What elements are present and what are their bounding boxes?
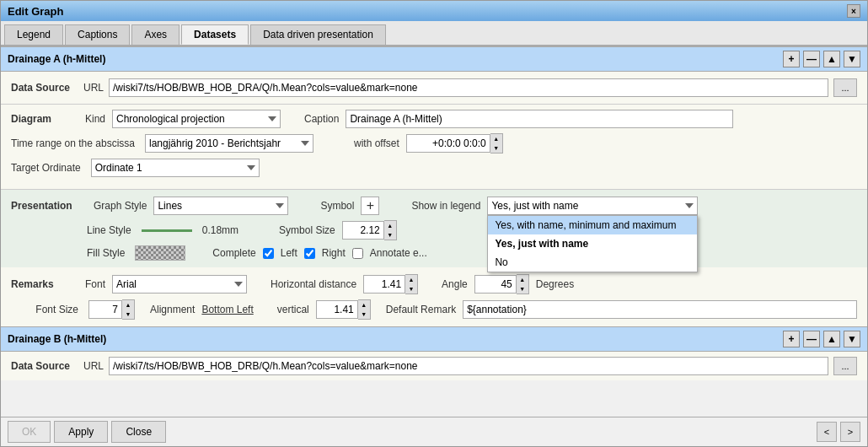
symbol-size-down[interactable]: ▼ xyxy=(384,230,396,240)
angle-down[interactable]: ▼ xyxy=(517,284,528,294)
vertical-input[interactable] xyxy=(316,300,358,319)
font-size-up[interactable]: ▲ xyxy=(122,300,134,310)
section1-up-button[interactable]: ▲ xyxy=(823,51,840,67)
tab-datasets[interactable]: Datasets xyxy=(181,24,249,45)
time-range-dropdown[interactable]: langjährig 2010 - Berichtsjahr xyxy=(145,134,313,153)
presentation-section: Presentation Graph Style Lines Symbol + … xyxy=(1,190,867,267)
graph-style-label: Graph Style xyxy=(94,200,147,212)
with-offset-down[interactable]: ▼ xyxy=(490,143,502,153)
url-browse-button[interactable]: ... xyxy=(833,78,857,97)
complete-checkbox[interactable] xyxy=(263,248,274,259)
angle-label: Angle xyxy=(442,278,468,290)
time-range-label: Time range on the abscissa xyxy=(11,137,135,149)
next-button[interactable]: > xyxy=(840,422,860,442)
default-remark-label: Default Remark xyxy=(386,304,456,315)
font-label: Font xyxy=(85,278,105,290)
main-content: Drainage A (h-Mittel) + — ▲ ▼ Data Sourc… xyxy=(1,46,867,417)
tab-axes[interactable]: Axes xyxy=(131,24,179,45)
section1-remove-button[interactable]: — xyxy=(803,51,820,67)
section2-add-button[interactable]: + xyxy=(783,331,800,347)
horizontal-distance-input[interactable] xyxy=(363,275,405,294)
prev-button[interactable]: < xyxy=(817,422,837,442)
section1-add-button[interactable]: + xyxy=(783,51,800,67)
kind-label: Kind xyxy=(85,113,105,125)
with-offset-wrap: ▲ ▼ xyxy=(406,133,503,153)
bottom-right: < > xyxy=(817,422,860,442)
close-button[interactable]: Close xyxy=(111,421,166,443)
close-window-button[interactable]: × xyxy=(847,4,860,18)
symbol-size-up[interactable]: ▲ xyxy=(384,221,396,230)
url-input[interactable] xyxy=(109,78,828,97)
url2-input[interactable] xyxy=(109,357,828,375)
symbol-label: Symbol xyxy=(320,200,354,212)
pres-row2: Line Style 0.18mm Symbol Size ▲ ▼ xyxy=(87,220,857,240)
line-style-label: Line Style xyxy=(87,224,131,236)
annotate-label: Annotate e... xyxy=(370,247,427,259)
vertical-down[interactable]: ▼ xyxy=(358,310,370,319)
symbol-size-wrap: ▲ ▼ xyxy=(342,220,397,240)
target-ordinate-wrap: Ordinate 1 xyxy=(91,159,260,177)
font-size-spinner: ▲ ▼ xyxy=(122,299,135,320)
right-label: Right xyxy=(322,247,346,259)
with-offset-label: with offset xyxy=(354,137,399,149)
legend-option-2[interactable]: Yes, just with name xyxy=(488,234,697,253)
angle-input[interactable] xyxy=(474,275,517,294)
diagram-row2: Time range on the abscissa langjährig 20… xyxy=(11,133,857,153)
font-size-label: Font Size xyxy=(11,304,78,315)
diagram-label: Diagram xyxy=(11,113,78,125)
font-size-wrap: ▲ ▼ xyxy=(88,299,135,320)
fill-style-label: Fill Style xyxy=(87,247,125,259)
graph-style-dropdown[interactable]: Lines xyxy=(153,197,288,215)
section2-title: Drainage B (h-Mittel) xyxy=(8,333,106,345)
horiz-dist-down[interactable]: ▼ xyxy=(405,284,417,294)
angle-wrap: ▲ ▼ xyxy=(474,274,529,294)
right-checkbox[interactable] xyxy=(352,248,363,259)
section2-down-button[interactable]: ▼ xyxy=(844,331,860,347)
apply-button[interactable]: Apply xyxy=(54,421,108,443)
font-size-input[interactable] xyxy=(88,300,122,319)
target-ordinate-dropdown[interactable]: Ordinate 1 xyxy=(91,159,260,177)
left-label: Left xyxy=(281,247,297,259)
window-title: Edit Graph xyxy=(8,5,63,18)
complete-label: Complete xyxy=(212,247,255,259)
url2-browse-button[interactable]: ... xyxy=(833,357,857,375)
horizontal-distance-wrap: ▲ ▼ xyxy=(363,274,418,294)
angle-up[interactable]: ▲ xyxy=(517,275,528,284)
font-dropdown-wrap: Arial xyxy=(112,275,247,294)
bottom-bar: OK Apply Close < > xyxy=(1,417,867,446)
show-in-legend-dropdown[interactable]: Yes, just with name xyxy=(487,197,698,215)
section2-up-button[interactable]: ▲ xyxy=(823,331,840,347)
left-checkbox[interactable] xyxy=(304,248,315,259)
tab-legend[interactable]: Legend xyxy=(4,24,63,45)
section2-remove-button[interactable]: — xyxy=(803,331,820,347)
tab-captions[interactable]: Captions xyxy=(65,24,130,45)
caption-label: Caption xyxy=(304,113,339,125)
caption-dropdown-wrap: Drainage A (h-Mittel) xyxy=(346,110,733,128)
default-remark-input[interactable] xyxy=(463,300,857,319)
vertical-up[interactable]: ▲ xyxy=(358,300,370,310)
tab-data-driven[interactable]: Data driven presentation xyxy=(250,24,386,45)
alignment-value: Bottom Left xyxy=(201,304,253,315)
symbol-size-input[interactable] xyxy=(342,221,384,240)
with-offset-spinner: ▲ ▼ xyxy=(490,133,503,153)
caption-dropdown[interactable]: Drainage A (h-Mittel) xyxy=(346,110,733,128)
symbol-button[interactable]: + xyxy=(361,197,379,215)
url-label: URL xyxy=(83,82,104,94)
horiz-dist-up[interactable]: ▲ xyxy=(405,275,417,284)
with-offset-up[interactable]: ▲ xyxy=(490,134,502,143)
ok-button[interactable]: OK xyxy=(8,421,51,443)
font-dropdown[interactable]: Arial xyxy=(112,275,247,294)
vertical-label: vertical xyxy=(277,304,309,315)
section1-down-button[interactable]: ▼ xyxy=(844,51,860,67)
kind-dropdown[interactable]: Chronological projection xyxy=(112,110,281,128)
legend-option-1[interactable]: Yes, with name, minimum and maximum xyxy=(488,216,697,234)
with-offset-input[interactable] xyxy=(406,134,490,153)
legend-option-3[interactable]: No xyxy=(488,253,697,272)
angle-spinner: ▲ ▼ xyxy=(517,274,529,294)
remarks-section: Remarks Font Arial Horizontal distance ▲… xyxy=(1,267,867,326)
pres-row1: Presentation Graph Style Lines Symbol + … xyxy=(11,197,857,215)
font-size-down[interactable]: ▼ xyxy=(122,310,134,319)
datasource-section: Data Source URL ... xyxy=(1,72,867,105)
line-width: 0.18mm xyxy=(202,224,238,236)
horizontal-distance-spinner: ▲ ▼ xyxy=(405,274,418,294)
